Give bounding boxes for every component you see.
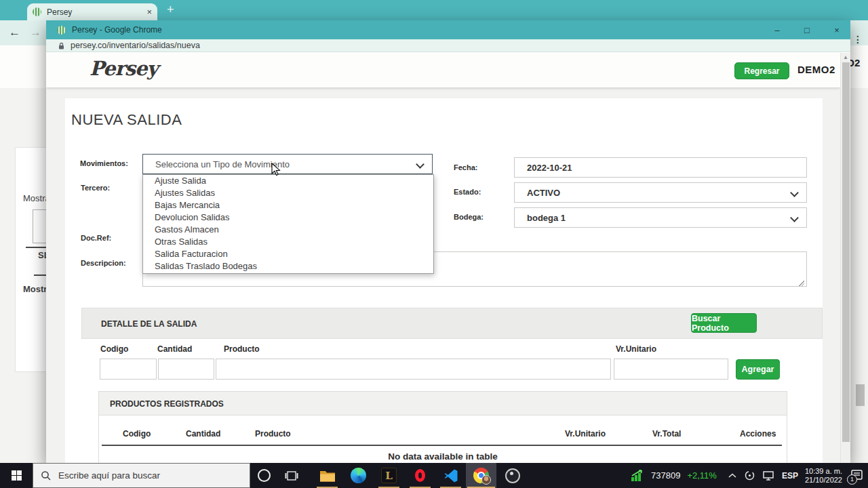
detalle-col-producto: Producto xyxy=(224,344,260,354)
detalle-col-cantidad: Cantidad xyxy=(157,344,192,354)
persey-favicon-icon xyxy=(33,7,41,16)
buscar-producto-button[interactable]: Buscar Producto xyxy=(691,313,757,333)
search-icon xyxy=(41,470,52,481)
file-explorer-icon xyxy=(319,469,336,483)
system-tray: 737809 +2,11% ESP 10:39 a. m. 21/10/2022 xyxy=(631,463,868,488)
network-icon[interactable] xyxy=(762,470,775,481)
fecha-input[interactable]: 2022-10-21 xyxy=(514,157,807,178)
background-tab[interactable]: Persey × xyxy=(27,3,157,20)
productos-table: PRODUCTOS REGISTRADOS Codigo Cantidad Pr… xyxy=(98,391,787,463)
sync-tray-icon[interactable] xyxy=(744,470,755,481)
prod-col-vrunitario[interactable]: Vr.Unitario xyxy=(565,429,606,439)
clock-time: 10:39 a. m. xyxy=(805,467,842,476)
regresar-button[interactable]: Regresar xyxy=(734,62,789,79)
vscode-button[interactable] xyxy=(435,463,466,488)
language-indicator[interactable]: ESP xyxy=(782,471,798,481)
empty-table-message: No data available in table xyxy=(99,451,787,462)
estado-label: Estado: xyxy=(454,188,481,196)
movimientos-select[interactable]: Selecciona un Tipo de Movimiento xyxy=(142,154,433,174)
taskbar-search-input[interactable]: Escribe aquí para buscar xyxy=(33,463,250,488)
prod-col-acciones[interactable]: Acciones xyxy=(740,429,776,439)
league-of-legends-icon: L xyxy=(381,468,397,483)
notification-button[interactable]: 1 xyxy=(849,468,864,483)
agregar-button[interactable]: Agregar xyxy=(736,359,780,380)
bodega-label: Bodega: xyxy=(454,213,484,221)
opera-button[interactable] xyxy=(405,463,435,488)
popup-titlebar[interactable]: Persey - Google Chrome xyxy=(46,20,850,39)
chevron-down-icon xyxy=(790,214,799,222)
dropdown-option[interactable]: Ajustes Salidas xyxy=(143,187,433,199)
clock[interactable]: 10:39 a. m. 21/10/2022 xyxy=(805,467,842,485)
scrollbar-up-icon[interactable]: ▲ xyxy=(843,54,848,60)
menu-dots-icon[interactable]: ⋮ xyxy=(853,34,863,45)
league-button[interactable]: L xyxy=(374,463,404,488)
cantidad-input[interactable] xyxy=(158,359,214,380)
file-explorer-button[interactable] xyxy=(312,463,342,488)
detalle-col-codigo: Codigo xyxy=(100,344,128,354)
search-placeholder: Escribe aquí para buscar xyxy=(58,470,160,481)
windows-logo-icon xyxy=(12,470,22,481)
popup-favicon-icon xyxy=(57,26,66,35)
prod-col-codigo[interactable]: Codigo xyxy=(123,429,151,439)
vscode-icon xyxy=(443,468,458,483)
codigo-input[interactable] xyxy=(100,359,157,380)
minimize-button[interactable]: – xyxy=(764,20,791,39)
taskbar: Escribe aquí para buscar L xyxy=(0,463,868,488)
tercero-label: Tercero: xyxy=(81,184,110,192)
cortana-icon xyxy=(258,469,271,482)
forward-icon[interactable]: → xyxy=(30,26,41,39)
dropdown-option[interactable]: Ajuste Salida xyxy=(143,175,433,187)
prod-col-cantidad[interactable]: Cantidad xyxy=(186,429,220,439)
new-tab-button[interactable]: + xyxy=(167,3,174,17)
chevron-up-icon[interactable] xyxy=(728,472,737,479)
url-bar[interactable]: persey.co/inventario/salidas/nueva xyxy=(46,39,850,52)
back-icon[interactable]: ← xyxy=(9,26,20,39)
tab-close-icon[interactable]: × xyxy=(146,7,152,17)
lock-icon xyxy=(58,42,64,49)
detalle-title: DETALLE DE LA SALIDA xyxy=(101,319,197,329)
background-scrollbar-fragment[interactable] xyxy=(856,384,865,406)
desktop: Persey × + ← → Mostrar SL Mostrando DEMO… xyxy=(0,0,868,488)
popup-window: Persey - Google Chrome – □ × persey.co/i… xyxy=(46,20,850,463)
edge-button[interactable] xyxy=(343,463,374,488)
dropdown-option[interactable]: Gastos Almacen xyxy=(143,224,433,236)
maximize-button[interactable]: □ xyxy=(793,20,821,39)
clock-date: 21/10/2022 xyxy=(805,476,842,485)
dropdown-option[interactable]: Bajas Mercancia xyxy=(143,199,433,211)
task-view-button[interactable] xyxy=(277,463,306,488)
cortana-button[interactable] xyxy=(250,463,277,488)
docref-label: Doc.Ref: xyxy=(81,234,111,242)
producto-input[interactable] xyxy=(216,359,611,380)
page-title: NUEVA SALIDA xyxy=(71,111,182,129)
chrome-button[interactable] xyxy=(466,463,496,488)
page-header: Persey Regresar DEMO2 xyxy=(46,53,840,87)
vrunitario-input[interactable] xyxy=(614,359,728,380)
popup-scrollbar[interactable]: ▲ xyxy=(840,53,850,463)
scrollbar-thumb[interactable] xyxy=(842,62,850,442)
task-view-icon xyxy=(285,470,298,482)
chevron-down-icon xyxy=(416,160,425,169)
close-button[interactable]: × xyxy=(823,20,850,39)
estado-select[interactable]: ACTIVO xyxy=(514,182,807,203)
stock-chart-icon[interactable] xyxy=(631,470,644,482)
obs-button[interactable] xyxy=(497,463,528,488)
detalle-col-vrunitario: Vr.Unitario xyxy=(616,344,656,354)
opera-icon xyxy=(415,469,425,482)
dropdown-option[interactable]: Devolucion Salidas xyxy=(143,211,433,224)
windows-start-button[interactable] xyxy=(0,463,33,488)
resize-grip-icon[interactable] xyxy=(799,281,804,286)
stock-value[interactable]: 737809 xyxy=(651,470,680,481)
dropdown-option[interactable]: Otras Salidas xyxy=(143,236,433,248)
stock-change[interactable]: +2,11% xyxy=(687,470,717,481)
chevron-down-icon xyxy=(790,188,799,197)
bodega-select[interactable]: bodega 1 xyxy=(514,207,807,228)
descripcion-label: Descripcion: xyxy=(81,259,126,267)
fecha-label: Fecha: xyxy=(454,163,477,171)
dropdown-option[interactable]: Salida Facturacion xyxy=(143,248,433,260)
prod-col-vrtotal[interactable]: Vr.Total xyxy=(652,429,681,439)
prod-col-producto[interactable]: Producto xyxy=(255,429,291,439)
notification-badge: 1 xyxy=(847,474,857,485)
dropdown-option[interactable]: Salidas Traslado Bodegas xyxy=(143,260,433,272)
edge-icon xyxy=(351,468,366,483)
mouse-cursor-icon xyxy=(271,163,281,178)
